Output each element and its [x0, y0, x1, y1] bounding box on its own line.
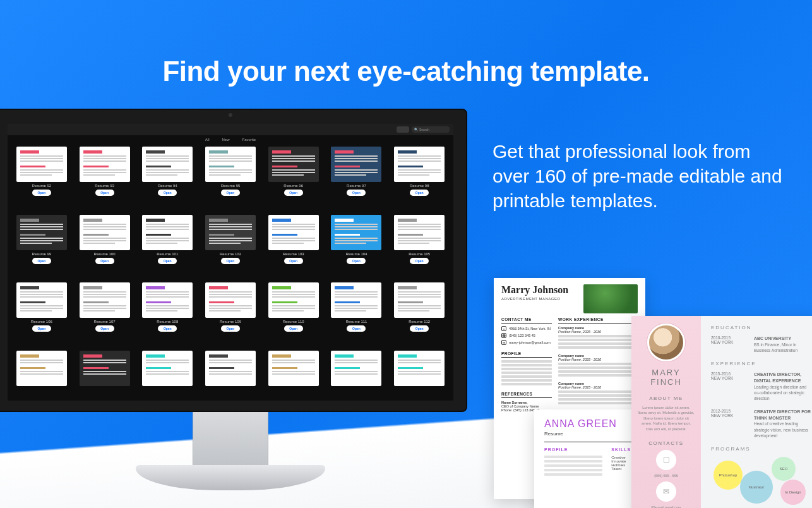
template-thumbnail	[331, 215, 381, 250]
template-card[interactable]: Resume 105 Open	[390, 215, 448, 279]
template-label: Resume 92	[32, 184, 52, 188]
template-card[interactable]: Resume 102 Open	[201, 215, 260, 279]
template-card[interactable]	[390, 351, 448, 401]
open-button[interactable]: Open	[158, 258, 177, 264]
template-card[interactable]	[328, 351, 386, 401]
template-card[interactable]	[138, 351, 196, 401]
search-placeholder: Search	[419, 128, 429, 131]
template-card[interactable]: Resume 95 Open	[201, 147, 260, 211]
template-card[interactable]: Resume 100 Open	[76, 215, 134, 279]
template-card[interactable]	[76, 351, 134, 401]
template-thumbnail	[394, 215, 445, 250]
open-button[interactable]: Open	[95, 325, 114, 332]
template-label: Resume 103	[283, 252, 304, 256]
category-tabs: All New Favorite	[8, 135, 453, 144]
template-card[interactable]: Resume 111 Open	[328, 282, 386, 347]
open-button[interactable]: Open	[95, 190, 114, 196]
template-label: Resume 106	[31, 320, 52, 324]
phone-icon: ☎	[501, 333, 506, 338]
search-input[interactable]: 🔍 Search	[412, 126, 450, 133]
doc3-about-hd: ABOUT ME	[638, 396, 695, 401]
open-button[interactable]: Open	[32, 325, 51, 332]
open-button[interactable]: Open	[347, 190, 366, 196]
template-card[interactable]: Resume 98 Open	[390, 147, 448, 211]
template-label: Resume 104	[345, 252, 367, 256]
template-thumbnail	[205, 282, 256, 318]
open-button[interactable]: Open	[221, 258, 240, 264]
open-button[interactable]: Open	[284, 258, 303, 264]
open-button[interactable]: Open	[410, 258, 429, 264]
template-card[interactable]: Resume 99 Open	[13, 215, 71, 279]
open-button[interactable]: Open	[158, 190, 177, 196]
avatar	[647, 324, 685, 361]
template-card[interactable]: Resume 109 Open	[201, 282, 260, 347]
template-card[interactable]: Resume 96 Open	[265, 147, 323, 211]
template-card[interactable]: Resume 101 Open	[138, 215, 196, 279]
view-toggle[interactable]	[397, 126, 409, 133]
open-button[interactable]: Open	[158, 325, 177, 332]
doc1-references-hd: REFERENCES	[501, 392, 552, 398]
tab-all[interactable]: All	[205, 138, 210, 142]
template-label: Resume 93	[95, 184, 114, 188]
template-card[interactable]	[13, 351, 71, 401]
template-thumbnail	[16, 147, 67, 182]
mail-icon: ✉	[501, 340, 506, 345]
template-label: Resume 102	[220, 252, 241, 256]
bubble-seo: SEO	[772, 457, 796, 481]
open-button[interactable]: Open	[347, 325, 366, 332]
template-card[interactable]: Resume 106 Open	[13, 282, 71, 347]
plant-photo	[583, 284, 638, 313]
tab-new[interactable]: New	[222, 138, 229, 142]
template-card[interactable]: Resume 103 Open	[265, 215, 323, 279]
template-thumbnail	[142, 215, 193, 250]
doc2-profile-hd: PROFILE	[544, 447, 602, 452]
hero-title: Find your next eye-catching template.	[0, 56, 812, 87]
bubble-photoshop: Photoshop	[713, 461, 743, 490]
template-label: Resume 105	[409, 252, 430, 256]
template-label: Resume 110	[283, 320, 304, 324]
open-button[interactable]: Open	[221, 325, 240, 332]
template-thumbnail	[268, 215, 319, 250]
app-window: 🔍 Search All New Favorite Resume 92 Open	[8, 124, 453, 401]
template-card[interactable]: Resume 104 Open	[328, 215, 386, 279]
template-thumbnail	[205, 215, 256, 250]
open-button[interactable]: Open	[95, 258, 114, 264]
doc1-profile-hd: PROFILE	[501, 351, 552, 358]
template-card[interactable]: Resume 110 Open	[265, 282, 323, 347]
template-thumbnail	[394, 351, 445, 386]
app-toolbar: 🔍 Search	[8, 124, 453, 135]
doc1-work-hd: WORK EXPERIENCE	[558, 317, 638, 324]
doc1-name: Marry Johnson	[501, 284, 568, 296]
template-thumbnail	[80, 147, 130, 182]
open-button[interactable]: Open	[284, 325, 303, 332]
open-button[interactable]: Open	[347, 258, 366, 264]
template-card[interactable]: Resume 97 Open	[328, 147, 386, 211]
template-label: Resume 97	[347, 184, 366, 188]
template-card[interactable]: Resume 94 Open	[138, 147, 196, 211]
template-thumbnail	[268, 147, 319, 182]
open-button[interactable]: Open	[32, 190, 51, 196]
template-thumbnail	[205, 351, 256, 386]
search-icon: 🔍	[414, 128, 418, 131]
template-label: Resume 96	[284, 184, 303, 188]
template-label: Resume 101	[157, 252, 178, 256]
open-button[interactable]: Open	[284, 190, 303, 196]
template-card[interactable]: Resume 108 Open	[138, 282, 196, 347]
tab-favorite[interactable]: Favorite	[242, 138, 256, 142]
open-button[interactable]: Open	[410, 190, 429, 196]
template-label: Resume 108	[157, 320, 178, 324]
template-thumbnail	[205, 147, 256, 182]
template-card[interactable]: Resume 112 Open	[390, 282, 448, 347]
doc1-phone: (545) 123 345 45	[509, 334, 535, 337]
open-button[interactable]: Open	[32, 258, 51, 264]
open-button[interactable]: Open	[221, 190, 240, 196]
template-card[interactable]	[201, 351, 260, 401]
template-card[interactable]: Resume 92 Open	[13, 147, 71, 211]
template-card[interactable]: Resume 107 Open	[76, 282, 134, 347]
open-button[interactable]: Open	[410, 325, 429, 332]
template-card[interactable]: Resume 93 Open	[76, 147, 134, 211]
template-label: Resume 107	[94, 320, 116, 324]
template-card[interactable]	[265, 351, 323, 401]
doc1-contact-hd: CONTACT ME	[501, 317, 552, 324]
phone-icon: ☐	[656, 450, 676, 470]
